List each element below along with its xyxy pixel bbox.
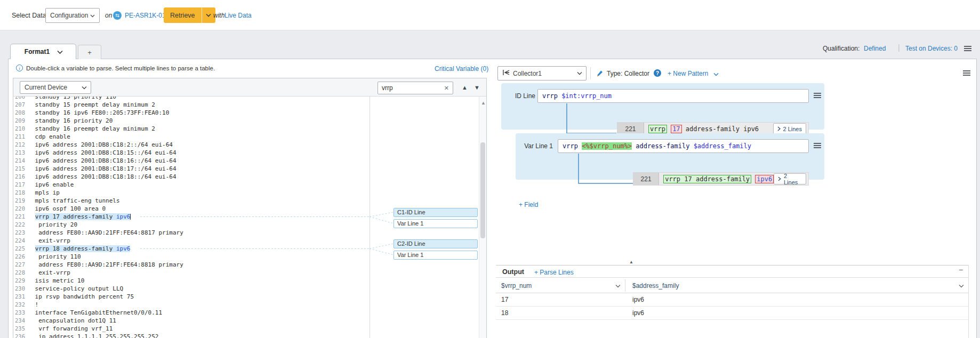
scrollbar-thumb[interactable] [480, 142, 485, 238]
config-line[interactable]: 227 address FE80::AA9D:21FF:FE64:8818 pr… [13, 261, 486, 269]
config-line[interactable]: 228 exit-vrrp [13, 269, 486, 277]
var-line-pattern-input[interactable]: vrrp <%$vrrp_num%> address-family $addre… [558, 139, 809, 153]
annotation-id-line[interactable]: C2-ID Line [393, 239, 478, 248]
pattern-menu-icon[interactable] [963, 70, 970, 77]
collector-name: Collector1 [513, 70, 542, 77]
critical-variable-link[interactable]: Critical Variable (0) [435, 65, 488, 73]
column-divider[interactable] [625, 279, 625, 292]
config-line[interactable]: 208 standby 16 ipv6 FE80::205:73FF:FEA0:… [13, 109, 486, 117]
token [31, 213, 35, 220]
config-line[interactable]: 231 ip rsvp bandwidth percent 75 [13, 293, 486, 301]
var-line-menu-icon[interactable] [814, 143, 821, 149]
line-text: vrrp 17 address-family ipv6 [31, 213, 131, 220]
config-line[interactable]: 210 standby 16 preempt delay minimum 2 [13, 125, 486, 133]
output-column-header[interactable]: $address_family [632, 282, 679, 289]
annotation-var-line[interactable]: Var Line 1 [393, 251, 478, 260]
minimize-output-icon[interactable]: − [959, 265, 963, 274]
config-scrollbar[interactable]: ▲ [479, 96, 486, 338]
chevron-down-icon[interactable] [713, 72, 718, 77]
data-type-select[interactable]: Configuration [45, 8, 100, 23]
divider: | [898, 43, 900, 52]
id-line-expand-button[interactable]: 2 Lines [773, 123, 806, 134]
id-line-menu-icon[interactable] [814, 93, 821, 99]
line-number: 213 [13, 149, 31, 157]
annotation-id-line[interactable]: C1-ID Line [393, 208, 478, 217]
config-line[interactable]: 213 ipv6 address 2001:DB8:C18:15::/64 eu… [13, 149, 486, 157]
id-line-pattern-input[interactable]: vrrp $int:vrrp_num [537, 89, 809, 103]
line-text: ip address 1.1.1.1 255.255.255.252 [31, 333, 158, 338]
device-name-link[interactable]: PE-ASR1K-01 [125, 12, 166, 19]
tab-format1[interactable]: Format1 [10, 44, 76, 59]
output-row[interactable]: 18ipv6 [496, 307, 968, 320]
config-line[interactable]: 230 service-policy output LLQ [13, 285, 486, 293]
config-line[interactable]: 232 ! [13, 301, 486, 309]
config-line[interactable]: 209 standby 16 priority 20 [13, 117, 486, 125]
test-on-devices-link[interactable]: Test on Devices: 0 [905, 45, 958, 52]
live-data-link[interactable]: Live Data [224, 12, 252, 19]
line-number: 226 [13, 253, 31, 261]
token: address-family [632, 142, 694, 150]
var-line-match-row[interactable]: 221 vrrp 17 address-family ipv6 2 Lines [633, 172, 809, 186]
add-field-link[interactable]: + Field [519, 201, 538, 208]
config-line[interactable]: 223 address FE80::AA9D:21FF:FE64:8817 pr… [13, 229, 486, 237]
search-prev-button[interactable]: ▲ [462, 85, 468, 91]
config-line[interactable]: 212 ipv6 address 2001:DB8:C18:2::/64 eui… [13, 141, 486, 149]
select-data-label: Select Data: [12, 12, 48, 19]
token: <%$vrrp_num%> [582, 142, 632, 150]
config-line[interactable]: 234 encapsulation dot1Q 11 [13, 317, 486, 325]
config-line[interactable]: 216 ipv6 address 2001:DB8:C18:18::/64 eu… [13, 173, 486, 181]
output-table-header: $vrrp_num $address_family [496, 278, 968, 293]
qualification-value-link[interactable]: Defined [864, 45, 886, 52]
new-pattern-link[interactable]: + New Pattern [668, 70, 708, 77]
config-line[interactable]: 219 mpls traffic-eng tunnels [13, 197, 486, 205]
config-line[interactable]: 229 isis metric 10 [13, 277, 486, 285]
collector-select[interactable]: Collector1 [497, 66, 587, 81]
config-line[interactable]: 235 vrf forwarding vrf_11 [13, 325, 486, 333]
output-cell: ipv6 [632, 309, 644, 317]
on-label: on [105, 12, 112, 19]
line-number: 230 [13, 285, 31, 293]
line-text: ipv6 address 2001:DB8:C18:18::/64 eui-64 [31, 173, 176, 180]
search-next-button[interactable]: ▼ [474, 85, 480, 91]
config-line[interactable]: 211 cdp enable [13, 133, 486, 141]
config-line[interactable]: 218 mpls ip [13, 189, 486, 197]
device-icon: ⇆ [113, 11, 122, 20]
annotation-var-line[interactable]: Var Line 1 [393, 219, 478, 228]
retrieve-button[interactable]: Retrieve [164, 7, 202, 23]
output-column-header[interactable]: $vrrp_num [501, 282, 532, 289]
config-line[interactable]: 215 ipv6 address 2001:DB8:C18:17::/64 eu… [13, 165, 486, 173]
scroll-up-icon[interactable]: ▲ [481, 101, 486, 106]
line-number: 228 [13, 269, 31, 277]
help-icon[interactable]: ? [654, 69, 661, 77]
line-number: 229 [13, 277, 31, 285]
var-line-expand-button[interactable]: 2 Lines [774, 173, 806, 184]
output-cell: 18 [501, 309, 508, 317]
config-line[interactable]: 233 interface TenGigabitEthernet0/0/0.11 [13, 309, 486, 317]
config-line[interactable]: 236 ip address 1.1.1.1 255.255.255.252 [13, 333, 486, 338]
chevron-down-icon[interactable] [615, 284, 620, 288]
parse-lines-link[interactable]: + Parse Lines [534, 269, 574, 276]
line-number: 231 [13, 293, 31, 301]
config-line[interactable]: 217 ipv6 enable [13, 181, 486, 189]
collapse-output-button[interactable]: ▲ [624, 259, 638, 265]
line-text: vrf forwarding vrf_11 [31, 325, 113, 332]
device-scope-select[interactable]: Current Device [20, 81, 91, 94]
output-row[interactable]: 17ipv6 [496, 293, 968, 307]
add-tab-button[interactable]: + [78, 45, 101, 59]
config-line[interactable]: 207 standby 15 preempt delay minimum 2 [13, 101, 486, 109]
search-input[interactable]: vrrp ✕ [377, 82, 453, 94]
line-number: 216 [13, 173, 31, 181]
menu-icon[interactable] [964, 46, 971, 52]
edit-pencil-icon[interactable] [595, 69, 604, 79]
var-line-block: Var Line 1 vrrp <%$vrrp_num%> address-fa… [516, 133, 824, 180]
line-text: standby 16 ipv6 FE80::205:73FF:FEA0:10 [31, 109, 169, 116]
config-line[interactable]: 214 ipv6 address 2001:DB8:C18:16::/64 eu… [13, 157, 486, 165]
var-line-label: Var Line 1 [520, 142, 553, 150]
chevron-down-icon[interactable] [959, 284, 963, 288]
line-number: 220 [13, 205, 31, 213]
output-right-border [968, 265, 969, 338]
token: vrrp 17 address-family [35, 213, 116, 220]
chevron-down-icon [90, 13, 95, 18]
clear-search-icon[interactable]: ✕ [444, 85, 449, 92]
line-text: ip rsvp bandwidth percent 75 [31, 293, 134, 300]
